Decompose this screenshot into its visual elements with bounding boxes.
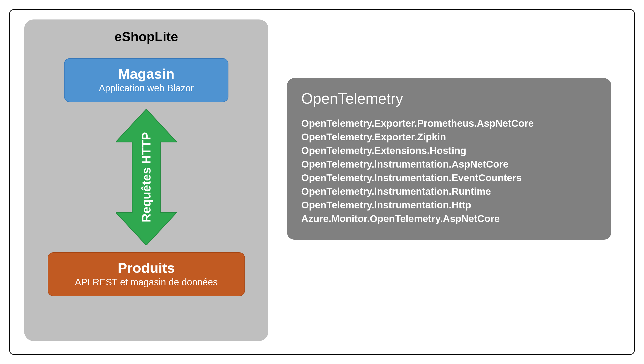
arrow-label: Requêtes HTTP (139, 132, 153, 222)
produits-subtitle: API REST et magasin de données (58, 277, 235, 288)
package-item: OpenTelemetry.Extensions.Hosting (301, 144, 597, 158)
package-item: Azure.Monitor.OpenTelemetry.AspNetCore (301, 212, 597, 226)
package-item: OpenTeIemetry.Instrumentation.EventCount… (301, 171, 597, 185)
diagram-frame: eShopLite Magasin Application web Blazor… (10, 10, 634, 354)
produits-box: Produits API REST et magasin de données (48, 252, 245, 296)
panel-title: eShopLite (115, 29, 178, 44)
package-item: OpenTelemetry.Exporter.Zipkin (301, 130, 597, 144)
opentelemetry-title: OpenTelemetry (301, 90, 597, 107)
package-item: OpenTelemetry.lnstrumentation.Runtime (301, 185, 597, 198)
http-arrow: Requêtes HTTP (116, 109, 177, 245)
produits-title: Produits (58, 260, 235, 276)
eshoplite-panel: eShopLite Magasin Application web Blazor… (24, 20, 268, 341)
package-item: OpenTelemetry.lnstrumentation.AspNetCore (301, 158, 597, 171)
package-list: OpenTelemetry.Exporter.Prometheus.AspNet… (301, 117, 597, 226)
opentelemetry-panel: OpenTelemetry OpenTelemetry.Exporter.Pro… (287, 78, 611, 240)
magasin-title: Magasin (74, 66, 219, 82)
package-item: OpenTelemetry.Exporter.Prometheus.AspNet… (301, 117, 597, 130)
magasin-subtitle: Application web Blazor (74, 83, 219, 94)
magasin-box: Magasin Application web Blazor (64, 58, 228, 102)
package-item: OpenTelemetry.lnstrumentation.Http (301, 198, 597, 212)
